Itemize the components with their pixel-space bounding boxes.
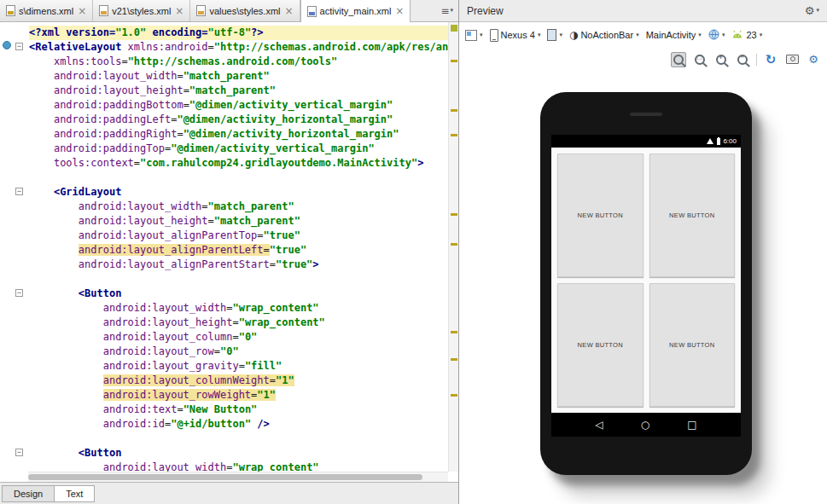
code-line[interactable]: tools:context="com.rahulcomp24.gridlayou…	[29, 156, 448, 171]
code-line[interactable]: <Button	[29, 287, 448, 301]
code-line[interactable]: android:layout_height="wrap_content"	[29, 316, 448, 330]
gutter-row	[0, 316, 28, 330]
android-studio-window: s\dimens.xml×v21\styles.xml×values\style…	[0, 0, 827, 504]
zoom-out-button[interactable]: −	[735, 52, 750, 67]
scrollbar-warning-mark[interactable]	[451, 134, 457, 136]
code-line[interactable]: android:layout_width="wrap_content"	[29, 461, 448, 472]
inspection-status-icon[interactable]	[451, 25, 457, 32]
nav-back-icon[interactable]: ◁	[595, 419, 603, 431]
horizontal-scrollbar-thumb[interactable]	[28, 474, 422, 480]
fold-collapse-icon[interactable]: −	[15, 188, 23, 195]
code-line[interactable]: android:layout_width="match_parent"	[29, 200, 448, 214]
code-line[interactable]: android:paddingRight="@dimen/activity_ho…	[29, 127, 448, 142]
code-line[interactable]: android:id="@+id/button" />	[29, 417, 448, 432]
fold-collapse-icon[interactable]: −	[15, 449, 23, 456]
preview-new-button[interactable]: NEW BUTTON	[557, 154, 644, 277]
tab-bar-actions: ≡ ▾	[440, 0, 458, 21]
xml-file-icon	[99, 5, 108, 16]
tab-list-icon[interactable]: ≡ ▾	[440, 5, 453, 17]
code-line[interactable]: android:paddingBottom="@dimen/activity_v…	[29, 98, 448, 113]
tab-close-icon[interactable]: ×	[285, 6, 294, 16]
code-line[interactable]: android:layout_rowWeight="1"	[29, 388, 448, 403]
scrollbar-warning-mark[interactable]	[451, 394, 457, 397]
code-line[interactable]: android:layout_height="match_parent"	[29, 84, 448, 98]
scrollbar-warning-mark[interactable]	[451, 109, 457, 112]
code-line[interactable]: android:layout_width="wrap_content"	[29, 301, 448, 316]
refresh-button[interactable]: ↻	[763, 52, 778, 67]
theme-label: NoActionBar	[580, 30, 633, 40]
preview-new-button[interactable]: NEW BUTTON	[649, 154, 736, 277]
editor-mode-bar: Design Text	[0, 482, 458, 504]
code-line[interactable]: android:paddingTop="@dimen/activity_vert…	[29, 142, 448, 156]
gutter-row	[0, 461, 28, 475]
zoom-out-icon: −	[737, 55, 748, 65]
nav-home-icon[interactable]: ○	[641, 419, 649, 431]
editor-tab[interactable]: v21\styles.xml×	[93, 0, 190, 21]
editor-tab[interactable]: s\dimens.xml×	[0, 0, 93, 21]
zoom-in-button[interactable]: +	[713, 52, 729, 67]
scrollbar-warning-mark[interactable]	[451, 331, 457, 333]
code-line[interactable]: android:layout_height="match_parent"	[29, 214, 448, 229]
vertical-scrollbar[interactable]	[448, 22, 458, 472]
code-line[interactable]: android:layout_gravity="fill"	[29, 359, 448, 374]
gutter-row	[0, 432, 28, 446]
preview-new-button[interactable]: NEW BUTTON	[649, 283, 736, 407]
tab-close-icon[interactable]: ×	[175, 6, 183, 16]
fold-collapse-icon[interactable]: −	[15, 289, 23, 297]
tab-close-icon[interactable]: ×	[395, 6, 404, 16]
code-line[interactable]: xmlns:tools="http://schemas.android.com/…	[29, 55, 448, 69]
code-line[interactable]: android:layout_alignParentStart="true">	[29, 258, 448, 272]
orientation-icon	[547, 29, 556, 41]
tab-design[interactable]: Design	[2, 485, 55, 502]
preview-header: Preview ⚙ ▾	[459, 0, 827, 22]
code-line[interactable]: android:layout_width="match_parent"	[29, 69, 448, 84]
globe-icon	[708, 29, 719, 42]
zoom-fit-button[interactable]: □	[692, 52, 708, 67]
chevron-down-icon: ▾	[816, 8, 819, 14]
gutter-row	[0, 26, 28, 40]
code-line[interactable]: <GridLayout	[29, 185, 448, 200]
activity-dropdown[interactable]: MainActivity ▾	[643, 27, 705, 43]
fold-collapse-icon[interactable]: −	[15, 43, 23, 50]
code-line[interactable]: <?xml version="1.0" encoding="utf-8"?>	[29, 26, 448, 40]
code-line[interactable]: android:layout_alignParentLeft="true"	[29, 243, 448, 258]
code-line[interactable]	[29, 272, 448, 287]
code-line[interactable]: android:paddingLeft="@dimen/activity_hor…	[29, 113, 448, 127]
scrollbar-warning-mark[interactable]	[451, 358, 457, 361]
locale-dropdown[interactable]: ▾	[705, 26, 729, 44]
gutter-marker-icon[interactable]	[3, 41, 11, 49]
editor-tab-bar: s\dimens.xml×v21\styles.xml×values\style…	[0, 0, 458, 22]
preview-new-button[interactable]: NEW BUTTON	[557, 283, 644, 407]
theme-dropdown[interactable]: ◑ NoActionBar ▾	[566, 27, 643, 43]
scrollbar-warning-mark[interactable]	[451, 60, 457, 62]
render-config-dropdown[interactable]: ▾	[462, 27, 486, 43]
horizontal-scrollbar[interactable]	[28, 472, 448, 482]
tab-text[interactable]: Text	[54, 485, 95, 502]
code-line[interactable]: android:layout_columnWeight="1"	[29, 374, 448, 388]
editor-tab[interactable]: activity_main.xml×	[300, 0, 411, 22]
api-level-dropdown[interactable]: 23 ▾	[728, 26, 766, 43]
screenshot-button[interactable]	[784, 52, 800, 67]
code-line[interactable]: android:text="New Button"	[29, 403, 448, 417]
code-line[interactable]	[29, 432, 448, 446]
device-dropdown[interactable]: Nexus 4 ▾	[486, 26, 545, 44]
device-label: Nexus 4	[501, 30, 535, 40]
scrollbar-warning-mark[interactable]	[451, 213, 457, 216]
tab-close-icon[interactable]: ×	[78, 6, 86, 16]
code-line[interactable]: <Button	[29, 446, 448, 461]
code-area[interactable]: <?xml version="1.0" encoding="utf-8"?><R…	[29, 26, 448, 472]
scrollbar-warning-mark[interactable]	[451, 243, 457, 246]
code-line[interactable]: android:layout_row="0"	[29, 345, 448, 359]
code-line[interactable]	[29, 171, 448, 185]
code-line[interactable]: android:layout_column="0"	[29, 330, 448, 345]
editor-tab[interactable]: values\styles.xml×	[190, 0, 300, 21]
nav-recents-icon[interactable]: □	[687, 419, 696, 431]
orientation-dropdown[interactable]: ▾	[544, 26, 566, 43]
preview-options-button[interactable]: ⚙	[806, 52, 821, 67]
preview-settings-button[interactable]: ⚙ ▾	[805, 4, 819, 17]
code-line[interactable]: android:layout_alignParentTop="true"	[29, 229, 448, 243]
gutter-row	[0, 200, 28, 214]
code-line[interactable]: <RelativeLayout xmlns:android="http://sc…	[29, 40, 448, 55]
code-editor[interactable]: −−−− <?xml version="1.0" encoding="utf-8…	[0, 22, 458, 482]
pan-zoom-button[interactable]	[671, 52, 686, 67]
